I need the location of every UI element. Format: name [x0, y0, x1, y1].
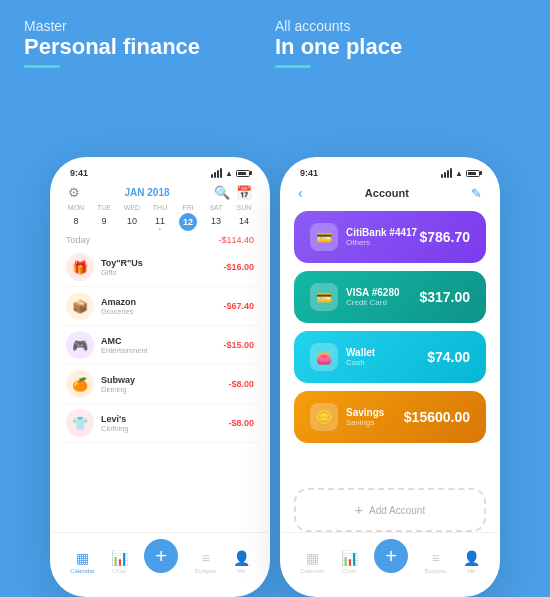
wallet-icon: 👛 — [310, 343, 338, 371]
left-tagline: Master — [24, 18, 275, 34]
txn-toysrus[interactable]: 🎁 Toy"R"Us Gifts -$16.00 — [62, 248, 258, 287]
txn-info-amc: AMC Entertainment — [101, 336, 223, 355]
add-account-label: Add Account — [369, 505, 425, 516]
nav-bar-right: ▦ Calendar 📊 Chart + ≡ Budgets 👤 Me — [282, 532, 498, 595]
month-label: JAN 2018 — [124, 187, 169, 198]
phone-notch-right — [350, 159, 430, 177]
calendar-icon[interactable]: 📅 — [236, 185, 252, 200]
calendar-nav-label-right: Calendar — [300, 568, 324, 574]
citibank-info: CitiBank #4417 Others — [346, 227, 417, 247]
signal-icon — [211, 168, 222, 178]
txn-amazon[interactable]: 📦 Amazon Groceries -$67.40 — [62, 287, 258, 326]
today-total-amount: -$114.40 — [218, 235, 254, 245]
txn-icon-amc: 🎮 — [66, 331, 94, 359]
wallet-balance: $74.00 — [427, 349, 470, 365]
add-button-left[interactable]: + — [144, 539, 178, 573]
cal-day-12-today[interactable]: 12 — [179, 213, 197, 231]
citibank-icon: 💳 — [310, 223, 338, 251]
account-wallet[interactable]: 👛 Wallet Cash $74.00 — [294, 331, 486, 383]
status-time-left: 9:41 — [70, 168, 88, 178]
battery-icon — [236, 170, 250, 177]
cal-day-11[interactable]: 11 — [146, 213, 174, 231]
txn-info-amazon: Amazon Groceries — [101, 297, 223, 316]
txn-amc[interactable]: 🎮 AMC Entertainment -$15.00 — [62, 326, 258, 365]
calendar-header: ⚙ JAN 2018 🔍 📅 — [52, 183, 268, 204]
txn-icon-levis: 👕 — [66, 409, 94, 437]
nav-chart-right[interactable]: 📊 Chart — [341, 550, 358, 574]
me-nav-label: Me — [237, 568, 245, 574]
edit-button[interactable]: ✎ — [471, 186, 482, 201]
nav-budgets-right[interactable]: ≡ Budgets — [424, 550, 446, 574]
account-visa[interactable]: 💳 VISA #6280 Credit Card $317.00 — [294, 271, 486, 323]
add-account-button[interactable]: + Add Account — [294, 488, 486, 532]
today-label: Today — [66, 235, 90, 245]
cal-day-10[interactable]: 10 — [118, 213, 146, 231]
account-citibank[interactable]: 💳 CitiBank #4417 Others $786.70 — [294, 211, 486, 263]
right-underline — [275, 65, 311, 68]
right-phone: 9:41 ▲ ‹ Account ✎ 💳 CitiBank #4417 — [280, 157, 500, 597]
add-button-right[interactable]: + — [374, 539, 408, 573]
me-nav-icon: 👤 — [233, 550, 250, 566]
status-icons-left: ▲ — [211, 168, 250, 178]
left-panel-label: Master Personal finance — [24, 18, 275, 68]
nav-budgets[interactable]: ≡ Budgets — [194, 550, 216, 574]
search-icon[interactable]: 🔍 — [214, 185, 230, 200]
add-icon: + — [355, 502, 363, 518]
nav-bar-left: ▦ Calendar 📊 Chart + ≡ Budgets 👤 Me — [52, 532, 268, 595]
wifi-icon: ▲ — [225, 169, 233, 178]
txn-info-toysrus: Toy"R"Us Gifts — [101, 258, 223, 277]
visa-icon: 💳 — [310, 283, 338, 311]
right-title: In one place — [275, 34, 526, 60]
phones-container: 9:41 ▲ ⚙ JAN 2018 🔍 📅 MON — [0, 78, 550, 597]
battery-icon-right — [466, 170, 480, 177]
account-header: ‹ Account ✎ — [282, 183, 498, 207]
right-tagline: All accounts — [275, 18, 526, 34]
chart-nav-label: Chart — [112, 568, 127, 574]
calendar-nav-label: Calendar — [70, 568, 94, 574]
txn-info-subway: Subway Dinning — [101, 375, 228, 394]
txn-icon-amazon: 📦 — [66, 292, 94, 320]
wallet-info: Wallet Cash — [346, 347, 375, 367]
wifi-icon-right: ▲ — [455, 169, 463, 178]
account-savings[interactable]: 🪙 Savings Savings $15600.00 — [294, 391, 486, 443]
accounts-list: 💳 CitiBank #4417 Others $786.70 💳 VISA #… — [282, 207, 498, 488]
budgets-nav-icon: ≡ — [201, 550, 209, 566]
account-visa-left: 💳 VISA #6280 Credit Card — [310, 283, 400, 311]
left-phone: 9:41 ▲ ⚙ JAN 2018 🔍 📅 MON — [50, 157, 270, 597]
cal-day-14[interactable]: 14 — [230, 213, 258, 231]
cal-day-8[interactable]: 8 — [62, 213, 90, 231]
cal-day-9[interactable]: 9 — [90, 213, 118, 231]
calendar-nav-icon-right: ▦ — [306, 550, 319, 566]
chart-nav-icon-right: 📊 — [341, 550, 358, 566]
settings-icon[interactable]: ⚙ — [68, 185, 80, 200]
calendar-nav-icon: ▦ — [76, 550, 89, 566]
days-header: MON TUE WED THU FRI SAT SUN — [62, 204, 258, 211]
status-time-right: 9:41 — [300, 168, 318, 178]
left-underline — [24, 65, 60, 68]
visa-balance: $317.00 — [419, 289, 470, 305]
savings-info: Savings Savings — [346, 407, 384, 427]
nav-calendar[interactable]: ▦ Calendar — [70, 550, 94, 574]
txn-subway[interactable]: 🍊 Subway Dinning -$8.00 — [62, 365, 258, 404]
cal-day-13[interactable]: 13 — [202, 213, 230, 231]
me-nav-icon-right: 👤 — [463, 550, 480, 566]
savings-balance: $15600.00 — [404, 409, 470, 425]
top-labels: Master Personal finance All accounts In … — [0, 0, 550, 78]
account-wallet-left: 👛 Wallet Cash — [310, 343, 375, 371]
account-page-title: Account — [365, 187, 409, 199]
txn-icon-toysrus: 🎁 — [66, 253, 94, 281]
account-citibank-left: 💳 CitiBank #4417 Others — [310, 223, 417, 251]
nav-me[interactable]: 👤 Me — [233, 550, 250, 574]
txn-levis[interactable]: 👕 Levi's Clothing -$8.00 — [62, 404, 258, 443]
me-nav-label-right: Me — [467, 568, 475, 574]
budgets-nav-label-right: Budgets — [424, 568, 446, 574]
status-icons-right: ▲ — [441, 168, 480, 178]
back-button[interactable]: ‹ — [298, 185, 303, 201]
citibank-balance: $786.70 — [419, 229, 470, 245]
nav-chart[interactable]: 📊 Chart — [111, 550, 128, 574]
calendar-grid: MON TUE WED THU FRI SAT SUN 8 9 10 11 12… — [52, 204, 268, 231]
signal-icon-right — [441, 168, 452, 178]
nav-calendar-right[interactable]: ▦ Calendar — [300, 550, 324, 574]
nav-me-right[interactable]: 👤 Me — [463, 550, 480, 574]
phone-notch-left — [120, 159, 200, 177]
